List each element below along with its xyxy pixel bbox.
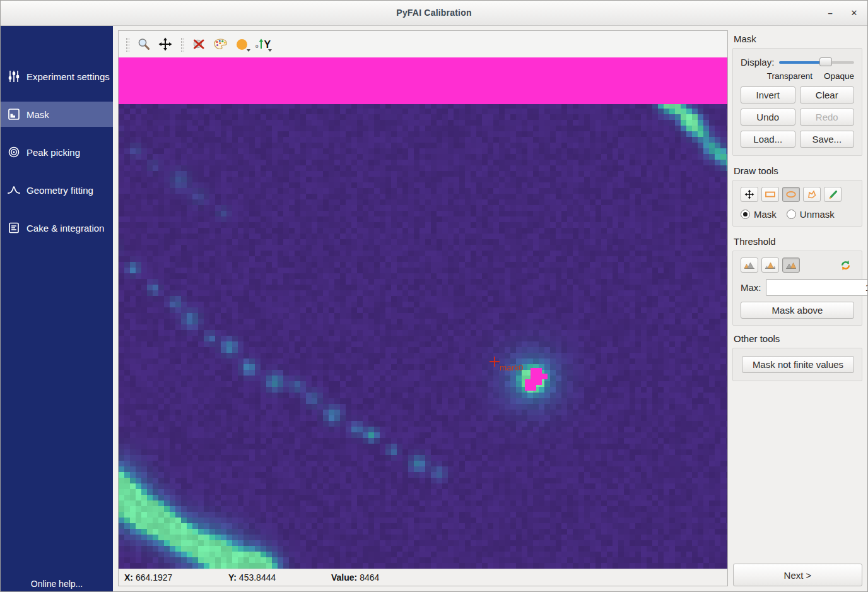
remove-marker-icon[interactable] bbox=[189, 35, 208, 54]
plot-view: mark0 bbox=[119, 57, 727, 569]
rectangle-icon bbox=[765, 190, 776, 199]
pyfai-window: { "window": { "title": "PyFAI Calibratio… bbox=[0, 0, 868, 592]
other-tools-section-title: Other tools bbox=[734, 333, 864, 344]
histogram-above-icon bbox=[785, 261, 797, 269]
ellipse-icon bbox=[785, 190, 797, 199]
sidebar-item-label: Experiment settings bbox=[26, 71, 110, 82]
save-button[interactable]: Save... bbox=[800, 131, 855, 148]
sliders-icon bbox=[7, 69, 21, 83]
chevron-down-icon bbox=[247, 49, 250, 52]
sidebar-item-peak-picking[interactable]: Peak picking bbox=[1, 139, 113, 165]
ellipse-tool-button[interactable] bbox=[782, 187, 800, 202]
mask-above-button[interactable]: Mask above bbox=[741, 302, 854, 319]
mask-section-title: Mask bbox=[734, 33, 864, 44]
minimize-button[interactable]: – bbox=[823, 6, 837, 20]
refresh-icon bbox=[840, 259, 852, 271]
zoom-icon[interactable] bbox=[134, 35, 153, 54]
sidebar: Experiment settings Mask Peak picking Ge… bbox=[1, 26, 113, 592]
plot-statusbar: X: 664.1927 Y: 453.8444 Value: 8464 bbox=[119, 569, 727, 586]
clear-button[interactable]: Clear bbox=[800, 86, 855, 104]
transparent-label: Transparent bbox=[767, 71, 812, 81]
plot-toolbar: 0 Y bbox=[119, 31, 727, 57]
threshold-groupbox: Max: Mask above bbox=[732, 251, 862, 326]
redo-button: Redo bbox=[800, 109, 855, 126]
close-button[interactable]: ✕ bbox=[847, 6, 861, 20]
sidebar-item-label: Cake & integration bbox=[26, 223, 104, 234]
toolbar-drag-handle[interactable] bbox=[125, 37, 129, 52]
geometry-fitting-icon bbox=[7, 183, 21, 197]
unmask-radio[interactable]: Unmask bbox=[787, 209, 835, 220]
sidebar-item-mask[interactable]: Mask bbox=[1, 102, 113, 127]
threshold-between-button[interactable] bbox=[761, 258, 779, 273]
pencil-tool-button[interactable] bbox=[824, 187, 842, 202]
mask-color-swatch bbox=[237, 39, 247, 50]
sidebar-item-label: Geometry fitting bbox=[26, 185, 93, 196]
mask-color-icon[interactable] bbox=[232, 35, 251, 54]
chevron-down-icon bbox=[268, 49, 272, 52]
peak-picking-icon bbox=[7, 145, 21, 159]
status-value: Value: 8464 bbox=[331, 572, 379, 583]
pan-icon[interactable] bbox=[156, 35, 175, 54]
sidebar-item-geometry-fitting[interactable]: Geometry fitting bbox=[1, 177, 113, 203]
plot-marker-label: mark0 bbox=[500, 363, 524, 372]
draw-tools-groupbox: Mask Unmask bbox=[732, 180, 862, 227]
sidebar-item-label: Peak picking bbox=[26, 147, 80, 158]
polygon-icon bbox=[806, 190, 818, 199]
mask-groupbox: Display: Transparent Opaque Invert Clear… bbox=[732, 48, 862, 156]
display-slider-handle[interactable] bbox=[819, 57, 832, 66]
threshold-section-title: Threshold bbox=[734, 236, 864, 247]
load-button[interactable]: Load... bbox=[741, 131, 795, 148]
pan-icon bbox=[744, 189, 754, 199]
refresh-threshold-button[interactable] bbox=[836, 258, 854, 273]
polygon-tool-button[interactable] bbox=[803, 187, 821, 202]
max-label: Max: bbox=[741, 282, 761, 293]
status-x: X: 664.1927 bbox=[124, 572, 228, 583]
pencil-icon bbox=[827, 190, 838, 199]
sidebar-item-experiment-settings[interactable]: Experiment settings bbox=[1, 64, 113, 89]
invert-button[interactable]: Invert bbox=[741, 86, 795, 104]
histogram-below-icon bbox=[744, 261, 755, 269]
y-axis-orientation-icon[interactable]: 0 Y bbox=[254, 35, 273, 54]
mask-tools-panel: Mask Display: Transparent Opaque Invert … bbox=[732, 26, 864, 592]
colormap-icon[interactable] bbox=[211, 35, 230, 54]
other-tools-groupbox: Mask not finite values bbox=[732, 348, 862, 381]
threshold-above-button[interactable] bbox=[782, 258, 800, 273]
rectangle-tool-button[interactable] bbox=[761, 187, 779, 202]
status-y: Y: 453.8444 bbox=[228, 572, 331, 583]
next-button[interactable]: Next > bbox=[733, 564, 862, 586]
display-label: Display: bbox=[741, 57, 774, 68]
mask-not-finite-button[interactable]: Mask not finite values bbox=[742, 356, 854, 373]
detector-image[interactable] bbox=[119, 57, 727, 569]
toolbar-drag-handle[interactable] bbox=[180, 37, 184, 52]
threshold-below-button[interactable] bbox=[741, 258, 758, 273]
cake-integration-icon bbox=[7, 221, 21, 235]
max-threshold-input[interactable] bbox=[766, 279, 868, 296]
window-title: PyFAI Calibration bbox=[1, 8, 867, 18]
plot-panel: 0 Y mark0 X: 664.1927 Y: 453.8444 Value:… bbox=[118, 30, 728, 586]
undo-button[interactable]: Undo bbox=[741, 109, 795, 126]
online-help-link[interactable]: Online help... bbox=[1, 579, 113, 589]
sidebar-item-label: Mask bbox=[26, 109, 49, 120]
titlebar: PyFAI Calibration – ✕ bbox=[1, 1, 867, 26]
histogram-between-icon bbox=[765, 261, 776, 269]
display-opacity-slider[interactable] bbox=[779, 57, 854, 67]
display-slider-fill bbox=[779, 61, 826, 64]
draw-tools-section-title: Draw tools bbox=[734, 165, 864, 176]
mask-radio[interactable]: Mask bbox=[741, 209, 777, 220]
pan-tool-button[interactable] bbox=[741, 187, 758, 202]
opaque-label: Opaque bbox=[824, 71, 854, 81]
sidebar-item-cake-integration[interactable]: Cake & integration bbox=[1, 215, 113, 240]
mask-icon bbox=[7, 107, 21, 121]
